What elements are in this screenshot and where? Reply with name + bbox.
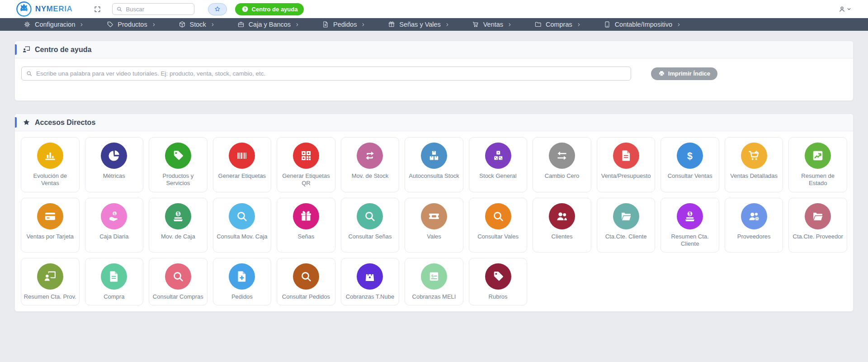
help-center-header: Centro de ayuda [15, 41, 853, 58]
shortcut-resumen-cta-cliente[interactable]: $Resumen Cta. Cliente [660, 198, 719, 253]
users-gear-icon [741, 203, 767, 229]
nav-item-label: Configuracion [35, 21, 75, 28]
receipt-dollar-icon: $ [421, 263, 447, 290]
shortcut-compra[interactable]: Compra [85, 258, 144, 305]
chart-pie-icon [101, 143, 127, 169]
shortcut-proveedores[interactable]: Proveedores [725, 198, 783, 253]
nav-item-label: Compras [546, 21, 572, 28]
favorites-button[interactable] [208, 3, 227, 15]
shortcut-cambio-cero[interactable]: Cambio Cero [533, 137, 591, 192]
nav-item-contable-impositivo[interactable]: Contable/Impositivo [604, 21, 681, 28]
users-icon [549, 203, 575, 229]
print-index-button[interactable]: Imprimir Índice [651, 67, 717, 80]
chevron-right-icon [151, 22, 156, 27]
shortcut-consultar-pedidos[interactable]: Consultar Pedidos [277, 258, 335, 305]
nav-item-stock[interactable]: Stock [179, 21, 215, 28]
shortcut-rubros[interactable]: Rubros [469, 258, 528, 305]
search-icon [485, 203, 511, 229]
shortcut-cta-cte-proveedor[interactable]: Cta.Cte. Proveedor [788, 198, 847, 253]
logo[interactable]: NYMERIA [16, 1, 73, 17]
shortcut-label: Evolución de Ventas [24, 172, 77, 187]
shortcut-productos-y-servicios[interactable]: Productos y Servicios [149, 137, 208, 192]
shortcut-label: Proveedores [737, 233, 771, 240]
print-index-label: Imprimir Índice [668, 70, 710, 77]
money-insert-icon: $ [165, 203, 191, 229]
svg-text:$: $ [114, 211, 116, 215]
shortcut-autoconsulta-stock[interactable]: Autoconsulta Stock [405, 137, 463, 192]
shortcut-resumen-de-estado[interactable]: Resumen de Estado [788, 137, 847, 192]
shortcut-ventas-por-tarjeta[interactable]: Ventas por Tarjeta [21, 198, 80, 253]
shortcut-cobranzas-meli[interactable]: $Cobranzas MELI [405, 258, 463, 305]
nav-item-pedidos[interactable]: Pedidos [322, 21, 366, 28]
user-menu[interactable] [838, 5, 852, 13]
shortcut-vales[interactable]: Vales [405, 198, 463, 253]
shortcut-cta-cte-cliente[interactable]: Cta.Cte. Cliente [597, 198, 656, 253]
help-center-button[interactable]: ? Centro de ayuda [235, 3, 304, 15]
shortcut-consultar-compras[interactable]: Consultar Compras [149, 258, 208, 305]
star-icon [22, 118, 31, 127]
shortcut-ventas-detalladas[interactable]: Ventas Detalladas [725, 137, 783, 192]
shortcut-label: Cta.Cte. Cliente [605, 233, 647, 240]
shortcut-cobranzas-t-nube[interactable]: Cobranzas T.Nube [341, 258, 400, 305]
shortcut-evoluci-n-de-ventas[interactable]: Evolución de Ventas [21, 137, 80, 192]
gift-o-icon [388, 21, 395, 28]
shortcut-pedidos[interactable]: Pedidos [213, 258, 272, 305]
chevron-down-icon [846, 6, 852, 12]
chevron-right-icon [676, 22, 681, 27]
cart-plus-icon [741, 143, 767, 169]
shortcut-consulta-mov-caja[interactable]: Consulta Mov. Caja [213, 198, 272, 253]
shortcut-se-as[interactable]: Señas [277, 198, 335, 253]
star-outline-icon [214, 5, 221, 13]
accent-bar [15, 117, 17, 128]
nav-item-caja-y-bancos[interactable]: Caja y Bancos [237, 21, 300, 28]
nav-item-compras[interactable]: Compras [534, 21, 581, 28]
folder-o-icon [534, 21, 542, 28]
shortcut-m-tricas[interactable]: Métricas [85, 137, 144, 192]
main-nav: ConfiguracionProductosStockCaja y Bancos… [0, 18, 868, 31]
shortcut-label: Stock General [479, 172, 516, 180]
shortcut-label: Pedidos [231, 293, 253, 300]
question-circle-icon: ? [241, 5, 249, 13]
nav-menu: ConfiguracionProductosStockCaja y Bancos… [0, 21, 681, 28]
header-search-input[interactable] [112, 3, 194, 15]
shortcut-resumen-cta-prov[interactable]: Resumen Cta. Prov. [21, 258, 80, 305]
shortcut-label: Cobranzas T.Nube [346, 293, 394, 300]
shortcut-mov-de-stock[interactable]: Mov. de Stock [341, 137, 400, 192]
chart-bar-icon [37, 143, 63, 169]
chevron-right-icon [507, 22, 512, 27]
fullscreen-icon[interactable] [94, 5, 101, 13]
nav-item-se-as-y-vales[interactable]: Señas y Vales [388, 21, 450, 28]
tag-o-icon [106, 21, 113, 28]
shortcut-generar-etiquetas-qr[interactable]: Generar Etiquetas QR [277, 137, 335, 192]
top-header: NYMERIA ? Centro de ayuda [0, 0, 868, 18]
search-icon [293, 263, 319, 290]
shortcut-label: Cta.Cte. Proveedor [793, 233, 843, 240]
user-icon [838, 5, 846, 13]
help-search-input[interactable] [21, 67, 631, 81]
shortcut-label: Señas [297, 233, 314, 240]
nav-item-ventas[interactable]: Ventas [472, 21, 512, 28]
book-o-icon [604, 21, 611, 28]
shortcut-stock-general[interactable]: Stock General [469, 137, 528, 192]
nav-item-label: Stock [190, 21, 206, 28]
shortcut-label: Ventas por Tarjeta [26, 233, 74, 240]
nav-item-label: Productos [118, 21, 147, 28]
shortcut-consultar-se-as[interactable]: Consultar Señas [341, 198, 400, 253]
search-icon [26, 70, 33, 77]
shortcut-label: Generar Etiquetas [218, 172, 266, 180]
shortcut-label: Compra [104, 293, 124, 300]
nav-item-configuracion[interactable]: Configuracion [24, 21, 84, 28]
shortcut-label: Resumen Cta. Cliente [663, 233, 717, 248]
shortcut-consultar-ventas[interactable]: $Consultar Ventas [660, 137, 719, 192]
credit-card-icon [37, 203, 63, 229]
shortcut-label: Productos y Servicios [151, 172, 205, 187]
shortcut-consultar-vales[interactable]: Consultar Vales [469, 198, 528, 253]
package-icon [179, 21, 186, 28]
person-board-icon [37, 263, 63, 290]
shortcut-mov-de-caja[interactable]: $Mov. de Caja [149, 198, 208, 253]
shortcut-generar-etiquetas[interactable]: Generar Etiquetas [213, 137, 272, 192]
shortcut-venta-presupuesto[interactable]: Venta/Presupuesto [597, 137, 656, 192]
shortcut-clientes[interactable]: Clientes [533, 198, 591, 253]
shortcut-caja-diaria[interactable]: $Caja Diaria [85, 198, 144, 253]
nav-item-productos[interactable]: Productos [106, 21, 156, 28]
